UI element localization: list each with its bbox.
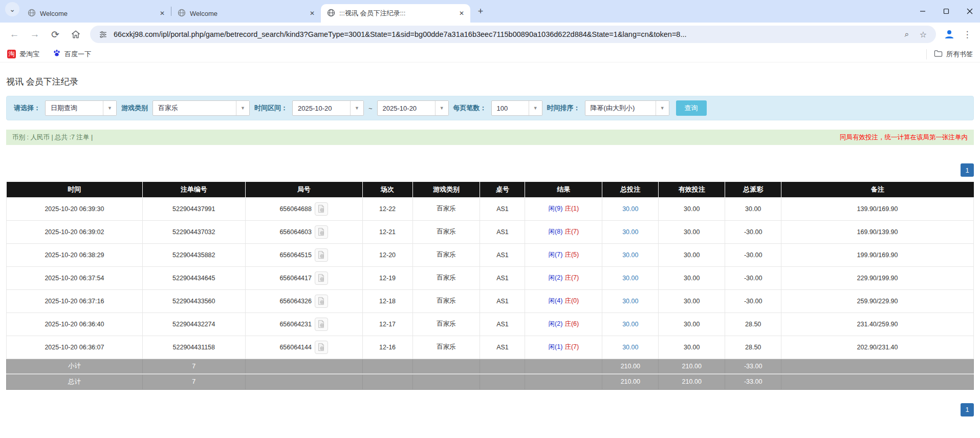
refresh-icon[interactable]: ⟳	[46, 25, 64, 44]
result-player: 闲(9)	[549, 205, 563, 212]
sort-select[interactable]: 降幂(由大到小) ▼	[585, 100, 669, 116]
tab-search-chevron-icon[interactable]: ⌄	[5, 2, 19, 16]
search-button[interactable]: 查询	[676, 100, 707, 116]
cell-session: 12-18	[362, 289, 412, 312]
cell-total-bet[interactable]: 30.00	[602, 197, 659, 220]
tab-close-icon[interactable]: ✕	[158, 9, 167, 18]
video-replay-icon[interactable]	[315, 295, 328, 308]
browser-toolbar: ← → ⟳ 66cxkj98.com/ipl/portal.php/game/b…	[0, 23, 980, 46]
result-player: 闲(7)	[549, 251, 563, 258]
cell-game-type: 百家乐	[412, 312, 480, 336]
date-from-select[interactable]: 2025-10-20 ▼	[292, 100, 364, 116]
table-row: 2025-10-20 06:39:02522904437032656064603…	[7, 220, 974, 243]
cell-valid-bet: 30.00	[659, 266, 725, 289]
table-row: 2025-10-20 06:37:16522904433560656064326…	[7, 289, 974, 312]
cell-time: 2025-10-20 06:37:16	[7, 289, 143, 312]
minimize-button[interactable]	[918, 6, 928, 16]
video-replay-icon[interactable]	[315, 225, 328, 239]
table-row: 2025-10-20 06:36:07522904431158656064144…	[7, 336, 974, 359]
column-header: 场次	[362, 182, 412, 197]
video-replay-icon[interactable]	[315, 318, 328, 331]
maximize-button[interactable]	[941, 6, 951, 16]
total-count: 7	[142, 374, 245, 389]
cell-round: 656064603	[245, 220, 362, 243]
bookmark-star-icon[interactable]: ☆	[918, 29, 929, 40]
all-bookmarks[interactable]: 所有书签	[926, 49, 973, 59]
page-size-select[interactable]: 100 ▼	[491, 100, 542, 116]
cell-total-bet[interactable]: 30.00	[602, 266, 659, 289]
home-icon[interactable]	[67, 25, 85, 44]
cell-result: 闲(2)庄(7)	[525, 266, 602, 289]
cell-game-type: 百家乐	[412, 243, 480, 266]
chevron-down-icon[interactable]: ▼	[103, 101, 116, 115]
empty-cell	[245, 359, 362, 374]
tab-close-icon[interactable]: ✕	[457, 9, 466, 18]
cell-time: 2025-10-20 06:39:30	[7, 197, 143, 220]
browser-menu-icon[interactable]: ⋮	[960, 27, 975, 42]
cell-round: 656064515	[245, 243, 362, 266]
back-icon[interactable]: ←	[5, 25, 24, 44]
tab-welcome-1[interactable]: Welcome ✕	[21, 4, 171, 23]
cell-bet-id: 522904433560	[142, 289, 245, 312]
date-to-select[interactable]: 2025-10-20 ▼	[377, 100, 449, 116]
column-header: 注单编号	[142, 182, 245, 197]
total-bet-link[interactable]: 30.00	[622, 228, 638, 236]
close-window-button[interactable]	[965, 6, 975, 16]
tab-welcome-2[interactable]: Welcome ✕	[171, 4, 321, 23]
globe-icon	[28, 9, 36, 18]
cell-bet-id: 522904435882	[142, 243, 245, 266]
video-replay-icon[interactable]	[315, 341, 328, 354]
total-bet-link[interactable]: 30.00	[622, 298, 638, 305]
round-number: 656064231	[279, 321, 312, 328]
cell-time: 2025-10-20 06:37:54	[7, 266, 143, 289]
video-replay-icon[interactable]	[315, 272, 328, 285]
video-replay-icon[interactable]	[315, 248, 328, 262]
cell-bet-id: 522904437991	[142, 197, 245, 220]
cell-valid-bet: 30.00	[659, 336, 725, 359]
page-1-button[interactable]: 1	[961, 163, 974, 177]
cell-payout: 30.00	[725, 197, 781, 220]
cell-game-type: 百家乐	[412, 197, 480, 220]
forward-icon[interactable]: →	[26, 25, 44, 44]
bookmark-taobao[interactable]: 淘 爱淘宝	[7, 50, 39, 59]
cell-total-bet[interactable]: 30.00	[602, 220, 659, 243]
table-row: 2025-10-20 06:39:30522904437991656064688…	[7, 197, 974, 220]
profile-avatar-icon[interactable]	[941, 26, 957, 43]
chevron-down-icon[interactable]: ▼	[656, 101, 669, 115]
tab-bet-record-active[interactable]: :::视讯 会员下注纪录::: ✕	[321, 4, 470, 23]
bet-table-body: 2025-10-20 06:39:30522904437991656064688…	[7, 197, 974, 359]
total-bet-link[interactable]: 30.00	[622, 275, 638, 282]
total-bet-link[interactable]: 30.00	[622, 321, 638, 328]
page-size-value: 100	[492, 101, 529, 115]
site-settings-tune-icon[interactable]	[97, 29, 108, 40]
new-tab-button[interactable]: +	[473, 4, 488, 18]
pagination-top: 1	[6, 163, 974, 177]
game-type-select[interactable]: 百家乐 ▼	[153, 100, 250, 116]
total-bet-link[interactable]: 30.00	[622, 344, 638, 351]
total-bet-link[interactable]: 30.00	[622, 252, 638, 259]
bookmark-baidu[interactable]: 百度一下	[53, 49, 91, 59]
chevron-down-icon[interactable]: ▼	[529, 101, 542, 115]
cell-total-bet[interactable]: 30.00	[602, 336, 659, 359]
round-number: 656064326	[279, 298, 312, 305]
sort-label: 时间排序：	[547, 103, 580, 113]
zoom-icon[interactable]: ⌕	[901, 29, 912, 40]
tab-close-icon[interactable]: ✕	[308, 9, 317, 18]
cell-total-bet[interactable]: 30.00	[602, 312, 659, 336]
cell-payout: -30.00	[725, 220, 781, 243]
chevron-down-icon[interactable]: ▼	[236, 101, 249, 115]
query-type-select[interactable]: 日期查询 ▼	[45, 100, 117, 116]
total-bet-link[interactable]: 30.00	[622, 205, 638, 213]
video-replay-icon[interactable]	[315, 202, 328, 216]
result-banker: 庄(0)	[564, 297, 579, 304]
cell-total-bet[interactable]: 30.00	[602, 243, 659, 266]
url-text[interactable]: 66cxkj98.com/ipl/portal.php/game/betreco…	[114, 30, 896, 38]
cell-total-bet[interactable]: 30.00	[602, 289, 659, 312]
empty-cell	[525, 359, 602, 374]
pagination-bottom: 1	[6, 403, 974, 416]
page-1-button[interactable]: 1	[961, 403, 974, 416]
chevron-down-icon[interactable]: ▼	[435, 101, 448, 115]
page-size-label: 每页笔数：	[453, 103, 487, 113]
address-bar[interactable]: 66cxkj98.com/ipl/portal.php/game/betreco…	[90, 26, 936, 43]
chevron-down-icon[interactable]: ▼	[350, 101, 363, 115]
